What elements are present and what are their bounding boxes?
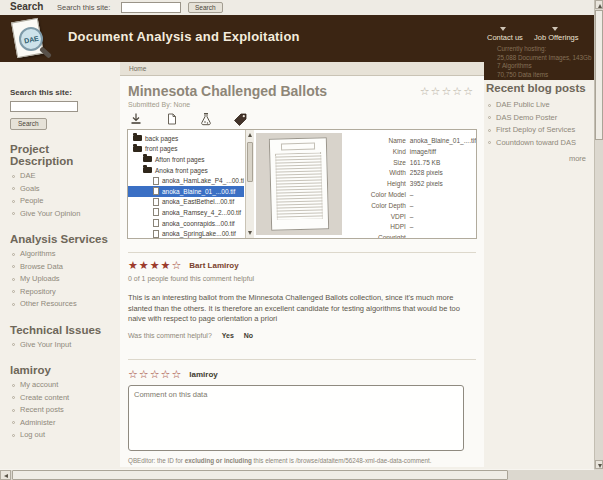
top-search-input[interactable] — [121, 2, 181, 13]
bullet-icon — [12, 187, 15, 190]
left-sidebar-sections: Project DescriptionDAEGoalsPeopleGive Yo… — [10, 143, 114, 442]
sidebar-link-give-your-input[interactable]: Give Your Input — [20, 339, 71, 352]
tree-file[interactable]: anoka_coonrapids...00.tif — [128, 218, 244, 229]
tag-icon[interactable] — [233, 112, 248, 127]
metadata-row: Copyright — [344, 233, 476, 239]
file-icon — [153, 198, 159, 206]
bullet-icon — [488, 116, 491, 119]
folder-icon — [133, 146, 142, 152]
tree-file[interactable]: anoka_HamLake_P4_...00.tif — [128, 175, 244, 186]
stat-line: 7 Algorithms — [497, 62, 597, 71]
sidebar-link-create-content[interactable]: Create content — [20, 392, 69, 405]
sidebar-link-repository[interactable]: Repository — [20, 286, 56, 299]
footnote-suffix: this element is /browse/dataitem/56248-x… — [252, 457, 432, 464]
bullet-icon — [12, 303, 15, 306]
sidebar-item: Algorithms — [10, 248, 114, 261]
sidebar-item: DAE — [10, 170, 114, 183]
blog-post-list: DAE Public LiveDAS Demo PosterFirst Depl… — [486, 99, 594, 149]
tree-file[interactable]: anoka_Ramsey_4_2...00.tif — [128, 207, 244, 218]
sidebar-search-button[interactable]: Search — [10, 118, 47, 130]
bullet-icon — [12, 396, 15, 399]
experiment-flask-icon[interactable] — [198, 112, 213, 127]
helpful-yes-link[interactable]: Yes — [222, 332, 234, 339]
submitted-by: Submitted By: None — [128, 101, 190, 108]
stat-line: Currently hosting: — [497, 45, 597, 54]
scroll-down-icon[interactable] — [595, 460, 603, 469]
tree-folder[interactable]: Anoka front pages — [128, 165, 244, 176]
right-sidebar: Recent blog posts DAE Public LiveDAS Dem… — [486, 82, 594, 163]
blog-post-item: DAS Demo Poster — [486, 112, 594, 125]
more-link[interactable]: more — [486, 154, 586, 163]
scroll-left-icon[interactable] — [0, 470, 11, 480]
sidebar-item: Repository — [10, 286, 114, 299]
comment-form-author: lamiroy — [189, 370, 217, 379]
contact-us-link[interactable]: Contact us — [487, 33, 523, 42]
tree-folder[interactable]: back pages — [128, 133, 244, 144]
sidebar-search-input[interactable] — [10, 101, 78, 112]
ballot-header-box — [281, 143, 314, 151]
sidebar-link-my-account[interactable]: My account — [20, 379, 58, 392]
sidebar-link-dae[interactable]: DAE — [20, 170, 35, 183]
metadata-value: 2528 pixels — [410, 168, 443, 179]
top-search-button[interactable]: Search — [188, 2, 223, 13]
tree-folder[interactable]: Afton front pages — [128, 154, 244, 165]
tree-label: Anoka front pages — [155, 167, 208, 174]
sidebar-link-other-resources[interactable]: Other Resources — [20, 298, 77, 311]
metadata-label: Height — [344, 179, 406, 190]
metadata-label: Width — [344, 168, 406, 179]
blog-post-item: DAE Public Live — [486, 99, 594, 112]
metadata-value: 3952 pixels — [410, 179, 443, 190]
rating-input-stars[interactable]: ☆☆☆☆☆ — [128, 368, 182, 381]
page-rating-stars[interactable]: ☆☆☆☆☆ — [420, 85, 474, 98]
helpful-no-link[interactable]: No — [244, 332, 253, 339]
vertical-scrollbar-thumb[interactable] — [595, 10, 603, 140]
folder-icon — [143, 167, 152, 173]
sidebar-link-give-your-opinion[interactable]: Give Your Opinion — [20, 208, 80, 221]
sidebar-link-recent-posts[interactable]: Recent posts — [20, 404, 64, 417]
tree-label: anoka_Ramsey_4_2...00.tif — [162, 209, 241, 216]
sidebar-link-administer[interactable]: Administer — [20, 417, 55, 430]
sidebar-link-people[interactable]: People — [20, 195, 43, 208]
logo-magnifier-icon: DAE — [19, 27, 43, 51]
comment-author: Bart Lamiroy — [189, 261, 238, 270]
blog-link-dae-public-live[interactable]: DAE Public Live — [496, 99, 550, 112]
tree-scrollbar[interactable] — [245, 130, 254, 238]
scroll-down-icon[interactable] — [248, 231, 252, 235]
metadata-value: – — [410, 201, 414, 212]
scroll-up-icon[interactable] — [595, 0, 603, 9]
dae-web-page: Search Search this site: Search DAE Docu… — [0, 0, 603, 480]
metadata-row: Color Model– — [344, 190, 476, 201]
horizontal-scrollbar-thumb[interactable] — [12, 470, 508, 480]
tree-label: anoka_coonrapids...00.tif — [162, 220, 235, 227]
bullet-icon — [12, 265, 15, 268]
dae-logo-icon: DAE — [8, 18, 58, 66]
blog-link-countdown-toward-das[interactable]: Countdown toward DAS — [496, 137, 576, 150]
comment-rating-stars: ★★★★☆ — [128, 259, 182, 272]
comment-textarea[interactable]: Comment on this data — [128, 385, 464, 451]
job-offerings-link[interactable]: Job Offerings — [534, 33, 578, 42]
vertical-scrollbar[interactable] — [594, 0, 603, 469]
blog-link-das-demo-poster[interactable]: DAS Demo Poster — [496, 112, 557, 125]
tree-file[interactable]: anoka_SpringLake...00.tif — [128, 228, 244, 238]
blog-link-first-deploy-of-services[interactable]: First Deploy of Services — [496, 124, 575, 137]
tree-folder[interactable]: front pages — [128, 144, 244, 155]
tab-strip: Home — [120, 62, 484, 76]
sidebar-link-algorithms[interactable]: Algorithms — [20, 248, 55, 261]
horizontal-scrollbar[interactable] — [0, 469, 595, 480]
scroll-up-icon[interactable] — [248, 133, 252, 137]
copy-document-icon[interactable] — [163, 112, 178, 127]
tree-label: Afton front pages — [155, 156, 205, 163]
tree-file[interactable]: anoka_EastBethel...00.tif — [128, 197, 244, 208]
sidebar-section-list: Give Your Input — [10, 339, 114, 352]
sidebar-link-browse-data[interactable]: Browse Data — [20, 261, 63, 274]
tree-scrollbar-thumb[interactable] — [247, 142, 253, 182]
bullet-icon — [12, 278, 15, 281]
sidebar-item: Browse Data — [10, 261, 114, 274]
sidebar-link-my-uploads[interactable]: My Uploads — [20, 273, 60, 286]
tab-home[interactable]: Home — [129, 65, 146, 72]
sidebar-link-goals[interactable]: Goals — [20, 183, 40, 196]
sidebar-link-log-out[interactable]: Log out — [20, 429, 45, 442]
helpful-question: Was this comment helpful? Yes No — [128, 332, 253, 339]
tree-file[interactable]: anoka_Blaine_01_...00.tif — [128, 186, 244, 197]
download-icon[interactable] — [128, 112, 143, 127]
